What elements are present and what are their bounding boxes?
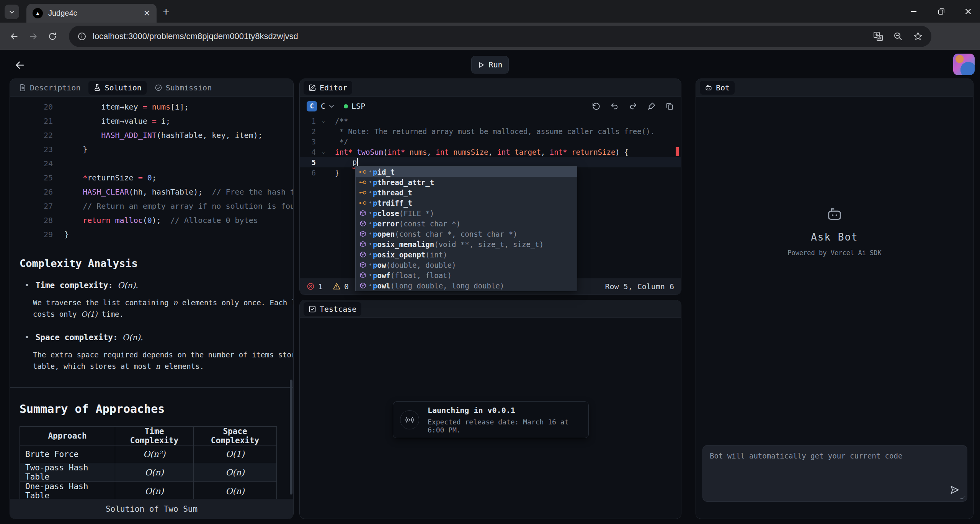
copy-icon xyxy=(665,102,674,111)
tab-search-chevron-button[interactable] xyxy=(5,5,19,19)
autocomplete-item[interactable]: •pow(double, double) xyxy=(356,260,577,270)
reload-button[interactable] xyxy=(43,32,62,41)
editor-code-line[interactable]: 2 * Note: The returned array must be mal… xyxy=(300,126,681,136)
chevron-down-icon[interactable] xyxy=(328,103,335,109)
window-minimize-button[interactable] xyxy=(902,0,926,23)
autocomplete-item[interactable]: •pid_t xyxy=(356,167,577,177)
tab-bot[interactable]: Bot xyxy=(700,81,735,95)
warning-count: 0 xyxy=(344,282,349,291)
window-restore-button[interactable] xyxy=(929,0,953,23)
bullet: • xyxy=(24,333,29,342)
minimize-icon xyxy=(910,7,918,16)
editor-panel-tabs: Editor xyxy=(300,79,681,97)
reset-code-button[interactable] xyxy=(592,102,601,111)
undo-button[interactable] xyxy=(610,102,619,111)
line-number: 27 xyxy=(10,201,53,211)
autocomplete-item[interactable]: •powf(float, float) xyxy=(356,270,577,280)
autocomplete-item[interactable]: •posix_openpt(int) xyxy=(356,249,577,260)
fold-chevron-icon[interactable]: ⌄ xyxy=(319,118,328,124)
line-number: 1 xyxy=(300,117,319,125)
tab-favicon: ▲ xyxy=(33,8,43,18)
table-cell: Brute Force xyxy=(20,445,115,463)
browser-url-bar: localhost:3000/problems/cm8pjqdem0001ty8… xyxy=(0,23,980,50)
back-button[interactable] xyxy=(5,31,24,41)
new-tab-button[interactable]: + xyxy=(163,5,170,18)
run-button[interactable]: Run xyxy=(471,56,509,74)
forward-button[interactable] xyxy=(24,31,43,41)
tab-description-label: Description xyxy=(30,83,80,92)
site-info-icon[interactable] xyxy=(77,32,87,41)
redo-button[interactable] xyxy=(629,102,637,111)
arrow-right-icon xyxy=(28,31,38,41)
tab-testcase[interactable]: Testcase xyxy=(304,302,361,316)
autocomplete-item[interactable]: •pthread_t xyxy=(356,187,577,198)
line-number: 20 xyxy=(10,102,53,111)
error-count-group[interactable]: 1 xyxy=(307,282,323,291)
app-back-button[interactable] xyxy=(11,57,28,74)
autocomplete-item[interactable]: •perror(const char *) xyxy=(356,218,577,229)
error-overview-mark xyxy=(676,147,679,156)
chevron-down-icon xyxy=(9,9,15,15)
line-number: 26 xyxy=(10,187,53,196)
tab-solution[interactable]: Solution xyxy=(88,81,146,95)
fold-chevron-icon[interactable]: ⌄ xyxy=(319,149,328,155)
tab-submission[interactable]: Submission xyxy=(150,81,217,95)
solution-content[interactable]: 20 item→key = nums[i];21 item→value = i;… xyxy=(10,97,293,499)
tab-submission-label: Submission xyxy=(166,83,212,92)
solution-code-line: 26 HASH_CLEAR(hh, hashTable); // Free th… xyxy=(10,185,293,199)
autocomplete-item[interactable]: •posix_memalign(void **, size_t, size_t) xyxy=(356,239,577,249)
window-close-button[interactable] xyxy=(956,0,980,23)
url-omnibox[interactable]: localhost:3000/problems/cm8pjqdem0001ty8… xyxy=(69,26,931,47)
translate-icon xyxy=(873,31,883,41)
table-header-cell: Approach xyxy=(20,427,115,445)
bot-message-input[interactable]: Bot will automatically get your current … xyxy=(702,445,967,502)
bot-title: Ask Bot xyxy=(696,231,973,243)
typedef-kind-icon xyxy=(359,169,367,175)
space-complexity-label: Space complexity: xyxy=(36,333,118,342)
bot-panel: Bot Ask Bot Powered by Vercel Ai SDK Bot… xyxy=(696,79,973,519)
redo-icon xyxy=(629,102,637,111)
tab-close-icon[interactable]: ✕ xyxy=(144,8,150,18)
completion-bullet: • xyxy=(369,282,372,289)
paragraph-line: table, which stores at most n elements. xyxy=(33,362,293,373)
editor-code-line[interactable]: 5 p xyxy=(300,157,681,167)
autocomplete-item[interactable]: •popen(const char *, const char *) xyxy=(356,229,577,239)
solution-code-line: 22 HASH_ADD_INT(hashTable, key, item); xyxy=(10,128,293,142)
autocomplete-item[interactable]: •ptrdiff_t xyxy=(356,198,577,208)
completion-bullet: • xyxy=(369,241,372,248)
editor-code-line[interactable]: 3 */ xyxy=(300,136,681,147)
editor-code-line[interactable]: 4⌄int* twoSum(int* nums, int numsSize, i… xyxy=(300,147,681,157)
send-icon xyxy=(949,485,960,495)
table-cell: O(n) xyxy=(194,482,277,499)
edit-square-icon xyxy=(309,84,316,92)
zoom-button[interactable] xyxy=(893,31,903,41)
space-complexity-item: • Space complexity: O(n). xyxy=(24,333,293,342)
line-number: 2 xyxy=(300,127,319,136)
lsp-status-dot xyxy=(344,104,348,108)
autocomplete-item[interactable]: •pthread_attr_t xyxy=(356,177,577,187)
format-code-button[interactable] xyxy=(647,102,656,111)
copy-code-button[interactable] xyxy=(665,102,674,111)
typedef-kind-icon xyxy=(359,180,367,185)
completion-bullet: • xyxy=(369,189,372,196)
function-kind-icon xyxy=(359,220,366,227)
bookmark-button[interactable] xyxy=(913,31,923,41)
browser-tab[interactable]: ▲ Judge4c ✕ xyxy=(26,4,157,23)
language-select-value[interactable]: C xyxy=(321,102,325,111)
autocomplete-item[interactable]: •pclose(FILE *) xyxy=(356,208,577,218)
star-icon xyxy=(913,31,923,41)
editor-code-line[interactable]: 1⌄/** xyxy=(300,116,681,126)
send-button[interactable] xyxy=(949,485,960,495)
cursor-position[interactable]: Row 5, Column 6 xyxy=(605,282,674,291)
resize-handle-icon[interactable] xyxy=(960,496,965,499)
left-panel-scrollbar[interactable] xyxy=(290,380,292,495)
bot-powered-by: Powered by Vercel Ai SDK xyxy=(696,249,973,257)
autocomplete-popup: •pid_t•pthread_attr_t•pthread_t•ptrdiff_… xyxy=(355,166,577,291)
tab-description[interactable]: Description xyxy=(14,81,85,95)
warning-count-group[interactable]: 0 xyxy=(333,282,349,291)
user-avatar[interactable] xyxy=(953,54,975,75)
tab-editor[interactable]: Editor xyxy=(304,81,352,95)
autocomplete-item[interactable]: •powl(long double, long double) xyxy=(356,280,577,291)
arrow-left-icon xyxy=(9,31,19,41)
translate-button[interactable] xyxy=(873,31,883,41)
